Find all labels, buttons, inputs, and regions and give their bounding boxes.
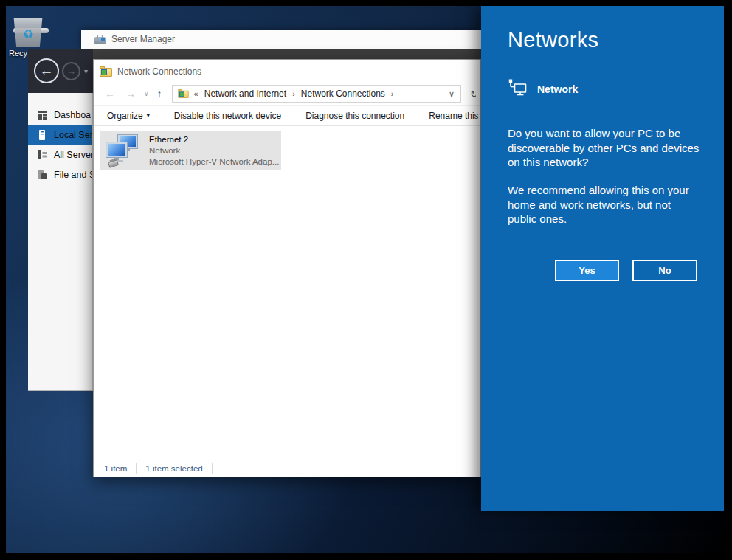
- breadcrumb-separator-icon[interactable]: ›: [292, 89, 295, 98]
- organize-button[interactable]: Organize ▾: [107, 111, 150, 121]
- ethernet2-connection-item[interactable]: Ethernet 2 Network Microsoft Hyper-V Net…: [100, 131, 281, 170]
- organize-caret-icon: ▾: [147, 112, 150, 119]
- disable-device-button[interactable]: Disable this network device: [174, 111, 281, 121]
- networks-flyout-panel: Networks Network Do you want to allow yo…: [481, 6, 724, 511]
- server-manager-sidebar: Dashboa Local Ser All Server File and S: [28, 93, 93, 391]
- back-icon[interactable]: ←: [100, 88, 120, 100]
- explorer-command-bar: Organize ▾ Disable this network device D…: [94, 106, 480, 126]
- recycle-bin-icon: ♻: [12, 15, 44, 47]
- network-folder-icon: [100, 66, 112, 77]
- connection-network: Network: [149, 145, 279, 156]
- back-button[interactable]: ←: [34, 58, 59, 83]
- address-location-icon: [178, 89, 188, 98]
- sidebar-item-label: File and S: [54, 170, 93, 180]
- discoverability-question: Do you want to allow your PC to be disco…: [508, 126, 702, 170]
- recycle-icon: ♻: [22, 27, 33, 42]
- network-icon: [508, 79, 528, 100]
- statusbar-divider: [136, 463, 137, 474]
- breadcrumb-segment[interactable]: Network and Internet: [204, 89, 286, 99]
- nav-history-caret-icon[interactable]: ▾: [84, 67, 88, 75]
- networks-panel-title: Networks: [508, 28, 598, 52]
- file-storage-icon: [37, 170, 47, 180]
- explorer-file-area[interactable]: Ethernet 2 Network Microsoft Hyper-V Net…: [94, 126, 480, 460]
- server-manager-app-icon: [94, 35, 106, 44]
- recent-locations-chevron-icon[interactable]: ∨: [141, 90, 152, 97]
- ethernet-adapter-icon: [103, 134, 142, 168]
- breadcrumb-prefix: «: [194, 89, 198, 98]
- sidebar-item-label: Local Ser: [54, 130, 93, 140]
- explorer-statusbar: 1 item 1 item selected: [94, 460, 480, 477]
- explorer-address-row: ← → ∨ ↑ « Network and Internet › Network…: [94, 83, 480, 106]
- breadcrumb-separator-icon[interactable]: ›: [391, 89, 394, 98]
- up-icon[interactable]: ↑: [152, 88, 168, 100]
- sidebar-item-file-storage[interactable]: File and S: [28, 165, 92, 184]
- refresh-icon[interactable]: ↻: [470, 89, 476, 100]
- server-manager-titlebar: Server Manager: [81, 30, 481, 49]
- sidebar-item-label: All Server: [54, 150, 93, 160]
- selection-count: 1 item selected: [145, 464, 202, 473]
- connection-adapter: Microsoft Hyper-V Network Adap...: [149, 156, 279, 167]
- breadcrumb: « Network and Internet › Network Connect…: [194, 89, 443, 99]
- servers-icon: [37, 150, 47, 160]
- server-manager-menu-strip: [81, 49, 481, 59]
- dashboard-icon: [37, 110, 47, 120]
- connection-name: Ethernet 2: [149, 134, 279, 145]
- screen: ♻ Recy Server Manager ← → ▾ Dashboa Loca…: [0, 0, 732, 560]
- connection-details: Ethernet 2 Network Microsoft Hyper-V Net…: [149, 134, 279, 167]
- forward-button[interactable]: →: [62, 62, 80, 80]
- network-connections-window: Network Connections ← → ∨ ↑ « Network an…: [93, 59, 481, 477]
- breadcrumb-segment[interactable]: Network Connections: [301, 89, 385, 99]
- sidebar-item-dashboard[interactable]: Dashboa: [28, 105, 92, 125]
- item-count: 1 item: [104, 464, 127, 473]
- recommendation-text: We recommend allowing this on your home …: [508, 183, 702, 227]
- address-dropdown-icon[interactable]: ∨: [447, 89, 456, 99]
- yes-button[interactable]: Yes: [555, 260, 619, 281]
- forward-icon[interactable]: →: [120, 88, 141, 100]
- network-entry[interactable]: Network: [508, 79, 578, 100]
- diagnose-connection-button[interactable]: Diagnose this connection: [305, 111, 404, 121]
- server-icon: [37, 130, 47, 140]
- address-bar[interactable]: « Network and Internet › Network Connect…: [172, 85, 461, 103]
- sidebar-item-label: Dashboa: [54, 110, 91, 120]
- statusbar-divider: [212, 463, 213, 474]
- no-button[interactable]: No: [632, 260, 697, 281]
- server-manager-nav-bar: ← → ▾: [28, 49, 93, 93]
- server-manager-title: Server Manager: [111, 34, 175, 44]
- rename-connection-button[interactable]: Rename this conne: [429, 111, 480, 121]
- network-entry-label: Network: [537, 83, 578, 95]
- sidebar-item-local-server[interactable]: Local Ser: [28, 125, 92, 145]
- explorer-titlebar: Network Connections: [94, 60, 480, 83]
- sidebar-item-all-servers[interactable]: All Server: [28, 145, 92, 165]
- explorer-title: Network Connections: [117, 66, 201, 77]
